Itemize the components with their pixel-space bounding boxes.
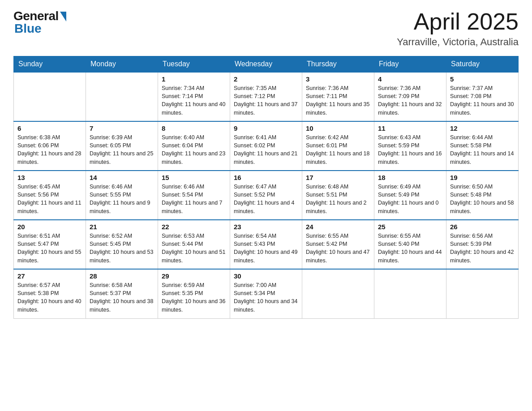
day-info: Sunrise: 6:57 AM Sunset: 5:38 PM Dayligh… — [17, 281, 82, 314]
calendar-cell: 4Sunrise: 7:36 AM Sunset: 7:09 PM Daylig… — [374, 72, 446, 121]
calendar-cell: 2Sunrise: 7:35 AM Sunset: 7:12 PM Daylig… — [230, 72, 302, 121]
day-number: 15 — [162, 174, 226, 181]
day-number: 19 — [450, 174, 515, 181]
calendar-cell: 7Sunrise: 6:39 AM Sunset: 6:05 PM Daylig… — [86, 121, 158, 171]
calendar-cell — [302, 269, 374, 318]
calendar-cell: 21Sunrise: 6:52 AM Sunset: 5:45 PM Dayli… — [86, 220, 158, 269]
day-number: 20 — [17, 223, 82, 231]
calendar-cell: 20Sunrise: 6:51 AM Sunset: 5:47 PM Dayli… — [14, 220, 86, 269]
calendar-cell — [86, 72, 158, 121]
day-info: Sunrise: 6:56 AM Sunset: 5:39 PM Dayligh… — [450, 232, 515, 265]
day-info: Sunrise: 6:47 AM Sunset: 5:52 PM Dayligh… — [234, 183, 298, 215]
calendar-table: SundayMondayTuesdayWednesdayThursdayFrid… — [13, 56, 519, 319]
day-number: 13 — [17, 174, 82, 181]
calendar-cell: 15Sunrise: 6:46 AM Sunset: 5:54 PM Dayli… — [158, 171, 230, 220]
day-number: 22 — [162, 223, 226, 231]
weekday-header-friday: Friday — [374, 56, 446, 73]
day-info: Sunrise: 6:51 AM Sunset: 5:47 PM Dayligh… — [17, 232, 82, 265]
day-number: 3 — [306, 75, 370, 83]
week-row-5: 27Sunrise: 6:57 AM Sunset: 5:38 PM Dayli… — [14, 269, 519, 318]
calendar-cell: 10Sunrise: 6:42 AM Sunset: 6:01 PM Dayli… — [302, 121, 374, 171]
calendar-cell — [374, 269, 446, 318]
calendar-cell: 14Sunrise: 6:46 AM Sunset: 5:55 PM Dayli… — [86, 171, 158, 220]
calendar-cell: 6Sunrise: 6:38 AM Sunset: 6:06 PM Daylig… — [14, 121, 86, 171]
calendar-cell: 5Sunrise: 7:37 AM Sunset: 7:08 PM Daylig… — [446, 72, 519, 121]
day-number: 26 — [450, 223, 515, 231]
weekday-header-wednesday: Wednesday — [230, 56, 302, 73]
day-info: Sunrise: 6:39 AM Sunset: 6:05 PM Dayligh… — [90, 133, 154, 166]
day-info: Sunrise: 6:44 AM Sunset: 5:58 PM Dayligh… — [450, 133, 515, 166]
day-info: Sunrise: 6:55 AM Sunset: 5:42 PM Dayligh… — [306, 232, 370, 265]
calendar-cell: 19Sunrise: 6:50 AM Sunset: 5:48 PM Dayli… — [446, 171, 519, 220]
calendar-cell: 17Sunrise: 6:48 AM Sunset: 5:51 PM Dayli… — [302, 171, 374, 220]
day-number: 5 — [450, 75, 515, 83]
calendar-cell: 23Sunrise: 6:54 AM Sunset: 5:43 PM Dayli… — [230, 220, 302, 269]
day-info: Sunrise: 7:36 AM Sunset: 7:09 PM Dayligh… — [378, 84, 442, 117]
day-number: 1 — [162, 75, 226, 83]
day-info: Sunrise: 7:37 AM Sunset: 7:08 PM Dayligh… — [450, 84, 515, 117]
calendar-cell: 3Sunrise: 7:36 AM Sunset: 7:11 PM Daylig… — [302, 72, 374, 121]
week-row-2: 6Sunrise: 6:38 AM Sunset: 6:06 PM Daylig… — [14, 121, 519, 171]
calendar-cell: 25Sunrise: 6:55 AM Sunset: 5:40 PM Dayli… — [374, 220, 446, 269]
day-number: 21 — [90, 223, 154, 231]
day-number: 23 — [234, 223, 298, 231]
calendar-cell — [14, 72, 86, 121]
day-info: Sunrise: 6:46 AM Sunset: 5:55 PM Dayligh… — [90, 183, 154, 215]
day-number: 9 — [234, 124, 298, 132]
calendar-cell: 1Sunrise: 7:34 AM Sunset: 7:14 PM Daylig… — [158, 72, 230, 121]
day-info: Sunrise: 6:43 AM Sunset: 5:59 PM Dayligh… — [378, 133, 442, 166]
week-row-1: 1Sunrise: 7:34 AM Sunset: 7:14 PM Daylig… — [14, 72, 519, 121]
day-number: 27 — [17, 272, 82, 280]
day-info: Sunrise: 6:52 AM Sunset: 5:45 PM Dayligh… — [90, 232, 154, 265]
day-info: Sunrise: 6:49 AM Sunset: 5:49 PM Dayligh… — [378, 183, 442, 215]
calendar-cell: 22Sunrise: 6:53 AM Sunset: 5:44 PM Dayli… — [158, 220, 230, 269]
weekday-header-sunday: Sunday — [14, 56, 86, 73]
day-number: 25 — [378, 223, 442, 231]
calendar-cell: 30Sunrise: 7:00 AM Sunset: 5:34 PM Dayli… — [230, 269, 302, 318]
logo: General Blue — [13, 9, 66, 36]
calendar-cell: 18Sunrise: 6:49 AM Sunset: 5:49 PM Dayli… — [374, 171, 446, 220]
page-header: General Blue April 2025 Yarraville, Vict… — [13, 9, 519, 48]
day-info: Sunrise: 6:55 AM Sunset: 5:40 PM Dayligh… — [378, 232, 442, 265]
calendar-cell: 29Sunrise: 6:59 AM Sunset: 5:35 PM Dayli… — [158, 269, 230, 318]
weekday-header-saturday: Saturday — [446, 56, 519, 73]
day-number: 10 — [306, 124, 370, 132]
day-number: 8 — [162, 124, 226, 132]
day-info: Sunrise: 7:35 AM Sunset: 7:12 PM Dayligh… — [234, 84, 298, 117]
day-number: 4 — [378, 75, 442, 83]
calendar-cell: 13Sunrise: 6:45 AM Sunset: 5:56 PM Dayli… — [14, 171, 86, 220]
calendar-cell: 8Sunrise: 6:40 AM Sunset: 6:04 PM Daylig… — [158, 121, 230, 171]
day-info: Sunrise: 6:46 AM Sunset: 5:54 PM Dayligh… — [162, 183, 226, 215]
day-info: Sunrise: 6:53 AM Sunset: 5:44 PM Dayligh… — [162, 232, 226, 265]
month-title: April 2025 — [397, 9, 519, 34]
weekday-header-monday: Monday — [86, 56, 158, 73]
day-info: Sunrise: 7:00 AM Sunset: 5:34 PM Dayligh… — [234, 281, 298, 314]
calendar-cell: 12Sunrise: 6:44 AM Sunset: 5:58 PM Dayli… — [446, 121, 519, 171]
weekday-header-tuesday: Tuesday — [158, 56, 230, 73]
day-number: 11 — [378, 124, 442, 132]
day-info: Sunrise: 6:48 AM Sunset: 5:51 PM Dayligh… — [306, 183, 370, 215]
day-number: 28 — [90, 272, 154, 280]
calendar-cell — [446, 269, 519, 318]
day-number: 14 — [90, 174, 154, 181]
day-number: 29 — [162, 272, 226, 280]
location-title: Yarraville, Victoria, Australia — [397, 36, 519, 48]
weekday-header-thursday: Thursday — [302, 56, 374, 73]
day-number: 6 — [17, 124, 82, 132]
day-info: Sunrise: 7:36 AM Sunset: 7:11 PM Dayligh… — [306, 84, 370, 117]
calendar-cell: 16Sunrise: 6:47 AM Sunset: 5:52 PM Dayli… — [230, 171, 302, 220]
day-info: Sunrise: 6:40 AM Sunset: 6:04 PM Dayligh… — [162, 133, 226, 166]
day-info: Sunrise: 6:38 AM Sunset: 6:06 PM Dayligh… — [17, 133, 82, 166]
day-info: Sunrise: 6:59 AM Sunset: 5:35 PM Dayligh… — [162, 281, 226, 314]
week-row-4: 20Sunrise: 6:51 AM Sunset: 5:47 PM Dayli… — [14, 220, 519, 269]
logo-text-blue: Blue — [13, 21, 42, 36]
day-info: Sunrise: 7:34 AM Sunset: 7:14 PM Dayligh… — [162, 84, 226, 117]
day-number: 2 — [234, 75, 298, 83]
day-info: Sunrise: 6:54 AM Sunset: 5:43 PM Dayligh… — [234, 232, 298, 265]
day-number: 7 — [90, 124, 154, 132]
day-info: Sunrise: 6:41 AM Sunset: 6:02 PM Dayligh… — [234, 133, 298, 166]
day-info: Sunrise: 6:50 AM Sunset: 5:48 PM Dayligh… — [450, 183, 515, 215]
day-number: 18 — [378, 174, 442, 181]
day-info: Sunrise: 6:58 AM Sunset: 5:37 PM Dayligh… — [90, 281, 154, 314]
day-number: 17 — [306, 174, 370, 181]
